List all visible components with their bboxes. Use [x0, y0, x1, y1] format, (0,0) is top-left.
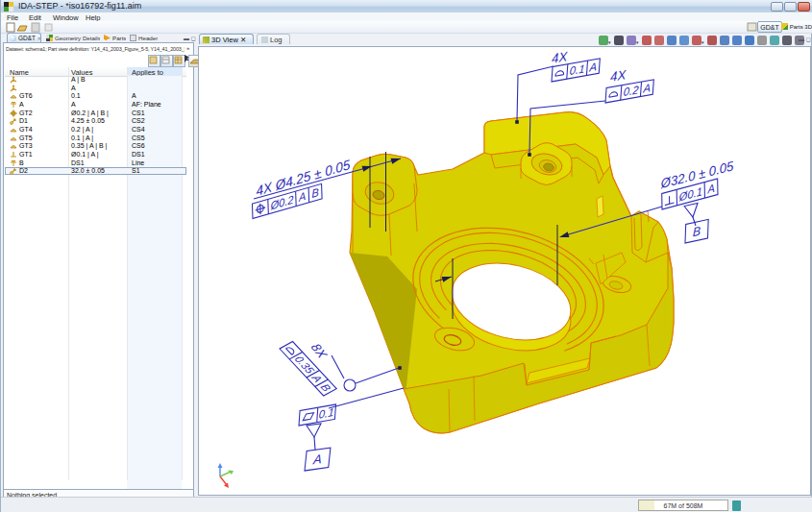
svg-text:Ø0.1: Ø0.1: [678, 184, 702, 204]
svg-text:A: A: [642, 81, 652, 95]
svg-text:A: A: [588, 60, 598, 74]
svg-text:0.1: 0.1: [318, 405, 334, 421]
svg-text:8X: 8X: [308, 341, 331, 361]
svg-text:4X: 4X: [552, 49, 568, 66]
svg-text:A: A: [311, 451, 322, 468]
svg-text:4X: 4X: [610, 67, 627, 85]
svg-text:B: B: [311, 185, 319, 200]
svg-text:A: A: [298, 189, 307, 205]
svg-text:B: B: [693, 224, 701, 239]
svg-text:0.2: 0.2: [623, 83, 639, 98]
svg-text:0.35: 0.35: [292, 354, 317, 376]
svg-text:0.1: 0.1: [569, 61, 585, 77]
svg-text:A: A: [706, 181, 715, 195]
svg-text:Ø0.2: Ø0.2: [269, 192, 294, 211]
